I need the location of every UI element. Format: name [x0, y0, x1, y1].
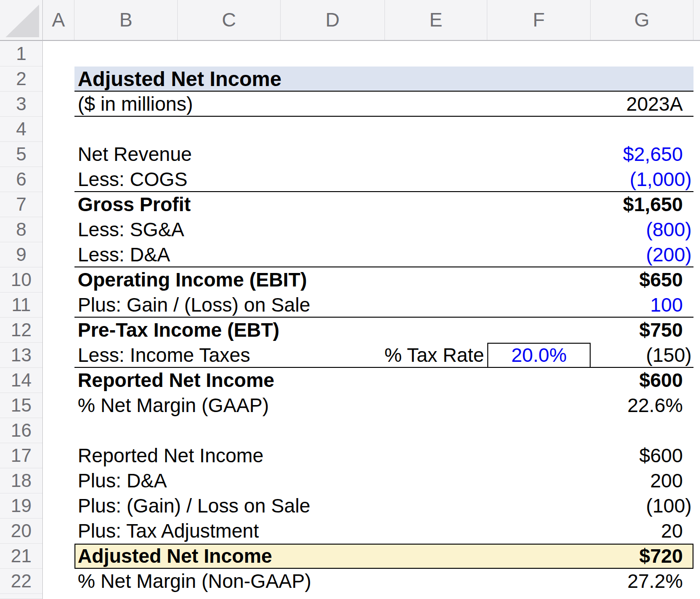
row-label-cell[interactable]: % Net Margin (Non-GAAP)	[78, 569, 311, 594]
row-value-cell[interactable]: 200	[591, 468, 693, 493]
row-header-5[interactable]: 5	[0, 142, 42, 167]
row-label-cell[interactable]: Operating Income (EBIT)	[78, 267, 307, 293]
row-header-3[interactable]: 3	[0, 92, 42, 117]
row-value-cell[interactable]: $1,650	[591, 192, 693, 217]
row-header-7[interactable]: 7	[0, 192, 42, 217]
tax-rate-input-cell[interactable]: 20.0%	[487, 343, 591, 368]
row-header-16[interactable]: 16	[0, 418, 42, 443]
cell-border	[74, 317, 693, 318]
row-header-14[interactable]: 14	[0, 368, 42, 393]
row-label-cell[interactable]: Net Revenue	[78, 142, 192, 167]
row-header-4[interactable]: 4	[0, 117, 42, 142]
row-header-15[interactable]: 15	[0, 393, 42, 418]
row-label-cell[interactable]: Plus: Tax Adjustment	[78, 519, 259, 544]
row-header-9[interactable]: 9	[0, 242, 42, 267]
tax-rate-label-cell[interactable]: % Tax Rate	[354, 343, 484, 368]
cell-border	[74, 91, 693, 92]
row-label-cell[interactable]: Less: COGS	[78, 167, 188, 192]
row-header-divider	[42, 0, 43, 599]
select-all-corner[interactable]	[0, 0, 42, 40]
row-header-22[interactable]: 22	[0, 569, 42, 594]
row-label-cell[interactable]: Less: D&A	[78, 242, 170, 267]
units-cell[interactable]: ($ in millions)	[78, 92, 193, 117]
row-label-cell[interactable]: Plus: D&A	[78, 468, 167, 493]
row-header-19[interactable]: 19	[0, 493, 42, 519]
row-label-cell[interactable]: Plus: Gain / (Loss) on Sale	[78, 293, 310, 318]
column-header-E[interactable]: E	[385, 0, 487, 40]
row-header-10[interactable]: 10	[0, 267, 42, 293]
column-header-D[interactable]: D	[281, 0, 385, 40]
row-label-cell[interactable]: Adjusted Net Income	[78, 544, 272, 569]
cell-border	[74, 191, 693, 192]
period-header-cell[interactable]: 2023A	[591, 92, 693, 117]
row-header-1[interactable]: 1	[0, 41, 42, 67]
row-header-11[interactable]: 11	[0, 293, 42, 318]
row-value-cell[interactable]: $720	[591, 544, 693, 569]
row-value-cell[interactable]: $650	[591, 267, 693, 293]
column-header-F[interactable]: F	[487, 0, 591, 40]
row-value-cell[interactable]: (800)	[591, 217, 693, 242]
row-value-cell[interactable]: (100)	[591, 493, 693, 519]
column-header-G[interactable]: G	[591, 0, 693, 40]
row-value-cell[interactable]: 20	[591, 519, 693, 544]
row-header-12[interactable]: 12	[0, 318, 42, 343]
row-value-cell[interactable]: $750	[591, 318, 693, 343]
sheet-title-cell[interactable]: Adjusted Net Income	[78, 67, 282, 92]
row-label-cell[interactable]: Pre-Tax Income (EBT)	[78, 318, 279, 343]
row-value-cell[interactable]: 100	[591, 293, 693, 318]
column-header-B[interactable]: B	[74, 0, 178, 40]
cell-border	[74, 367, 693, 368]
row-value-cell[interactable]: $600	[591, 443, 693, 468]
column-header-A[interactable]: A	[43, 0, 74, 40]
column-header-divider	[0, 40, 700, 41]
row-header-13[interactable]: 13	[0, 343, 42, 368]
row-label-cell[interactable]: Less: SG&A	[78, 217, 184, 242]
row-label-cell[interactable]: Less: Income Taxes	[78, 343, 250, 368]
row-header-20[interactable]: 20	[0, 519, 42, 544]
row-header-18[interactable]: 18	[0, 468, 42, 493]
row-value-cell[interactable]: $2,650	[591, 142, 693, 167]
row-value-cell[interactable]: (150)	[591, 343, 693, 368]
row-label-cell[interactable]: Reported Net Income	[78, 368, 274, 393]
cell-border	[74, 116, 693, 117]
row-header-2[interactable]: 2	[0, 67, 42, 92]
row-value-cell[interactable]: $600	[591, 368, 693, 393]
column-header-partial[interactable]	[693, 0, 700, 40]
row-label-cell[interactable]: Gross Profit	[78, 192, 191, 217]
row-value-cell[interactable]: (1,000)	[591, 167, 693, 192]
row-value-cell[interactable]: (200)	[591, 242, 693, 267]
row-value-cell[interactable]: 22.6%	[591, 393, 693, 418]
row-label-cell[interactable]: Plus: (Gain) / Loss on Sale	[78, 493, 310, 519]
select-all-triangle-icon	[6, 5, 39, 37]
row-header-17[interactable]: 17	[0, 443, 42, 468]
cell-border	[74, 266, 693, 267]
row-header-partial[interactable]	[0, 594, 42, 599]
row-value-cell[interactable]: 27.2%	[591, 569, 693, 594]
row-header-8[interactable]: 8	[0, 217, 42, 242]
row-label-cell[interactable]: Reported Net Income	[78, 443, 263, 468]
row-header-6[interactable]: 6	[0, 167, 42, 192]
row-label-cell[interactable]: % Net Margin (GAAP)	[78, 393, 269, 418]
spreadsheet: ABCDEFG 12345678910111213141516171819202…	[0, 0, 700, 599]
column-header-C[interactable]: C	[178, 0, 281, 40]
row-header-21[interactable]: 21	[0, 544, 42, 569]
